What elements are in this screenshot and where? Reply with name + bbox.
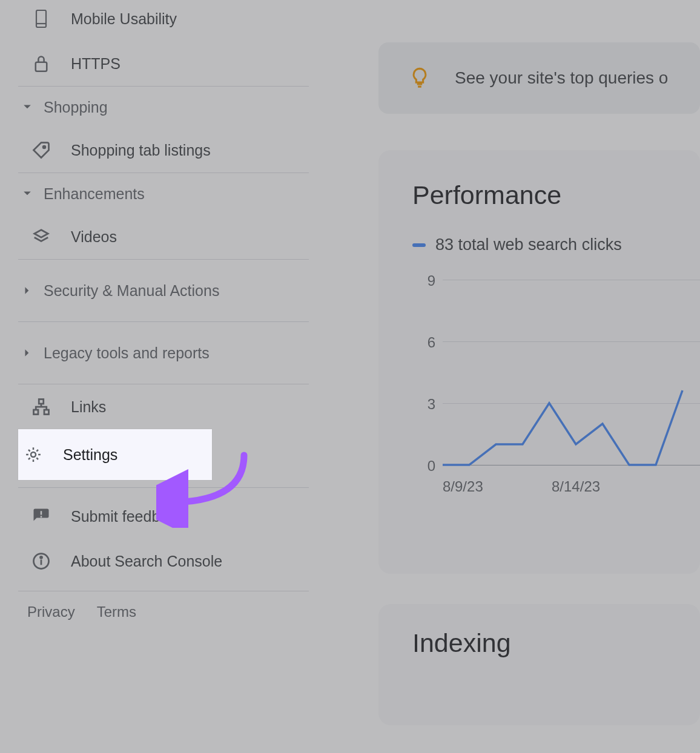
sidebar-section-legacy[interactable]: Legacy tools and reports (0, 322, 321, 384)
tag-icon (32, 141, 50, 159)
tip-card[interactable]: See your site's top queries o (378, 42, 700, 114)
footer-links: Privacy Terms (0, 591, 321, 633)
chart-line (443, 272, 700, 472)
x-tick: 8/14/23 (552, 478, 600, 495)
sidebar-section-shopping[interactable]: Shopping (0, 87, 321, 128)
sidebar-item-label: About Search Console (71, 553, 222, 570)
section-label: Shopping (44, 99, 108, 116)
svg-rect-9 (41, 516, 42, 518)
svg-rect-4 (39, 400, 44, 404)
sidebar-item-https[interactable]: HTTPS (0, 41, 321, 86)
y-tick: 6 (417, 334, 435, 351)
sidebar-section-security[interactable]: Security & Manual Actions (0, 260, 321, 321)
sidebar-item-about[interactable]: About Search Console (0, 539, 321, 584)
sidebar-item-label: Links (71, 398, 106, 416)
legend-label: 83 total web search clicks (435, 235, 622, 254)
sidebar-item-shopping-tab[interactable]: Shopping tab listings (0, 128, 321, 173)
layers-icon (32, 228, 50, 246)
svg-rect-0 (36, 10, 46, 27)
feedback-icon (32, 507, 50, 525)
terms-link[interactable]: Terms (97, 603, 136, 620)
gear-icon (24, 446, 42, 464)
svg-rect-2 (36, 62, 47, 71)
tip-text: See your site's top queries o (455, 68, 668, 88)
y-tick: 9 (417, 272, 435, 289)
section-label: Enhancements (44, 185, 145, 203)
sidebar-item-label: Submit feedback (71, 508, 183, 525)
divider (18, 487, 309, 488)
chevron-right-icon (23, 286, 31, 295)
chevron-down-icon (23, 191, 31, 197)
performance-chart: 9 6 3 0 8/9/23 8/14/23 (412, 272, 700, 502)
legend-swatch (412, 243, 426, 247)
sidebar-item-label: Mobile Usability (71, 10, 177, 28)
lightbulb-icon (409, 67, 431, 89)
svg-point-3 (43, 146, 45, 148)
sidebar-item-label: HTTPS (71, 55, 121, 73)
performance-card: Performance 83 total web search clicks 9… (378, 150, 700, 574)
sidebar-item-label: Videos (71, 228, 117, 246)
svg-rect-5 (34, 410, 39, 415)
privacy-link[interactable]: Privacy (27, 603, 75, 620)
chevron-right-icon (23, 349, 31, 357)
section-label: Legacy tools and reports (44, 344, 210, 362)
main-content: See your site's top queries o Performanc… (321, 0, 700, 753)
indexing-title: Indexing (412, 628, 700, 658)
phone-icon (32, 10, 50, 28)
y-tick: 0 (417, 458, 435, 475)
indexing-card: Indexing (378, 604, 700, 725)
sidebar-item-videos[interactable]: Videos (0, 214, 321, 259)
y-tick: 3 (417, 396, 435, 413)
sidebar-item-mobile-usability[interactable]: Mobile Usability (0, 0, 321, 41)
svg-rect-8 (41, 511, 42, 515)
chart-legend: 83 total web search clicks (412, 235, 700, 254)
sidebar-item-links[interactable]: Links (0, 384, 321, 429)
sitemap-icon (32, 398, 50, 416)
sidebar-section-enhancements[interactable]: Enhancements (0, 173, 321, 214)
sidebar-item-label: Settings (63, 446, 117, 464)
svg-rect-6 (44, 410, 49, 415)
lock-icon (32, 54, 50, 73)
sidebar: Mobile Usability HTTPS Shopping Shopping… (0, 0, 321, 753)
svg-point-7 (31, 452, 36, 457)
svg-point-12 (41, 556, 42, 558)
sidebar-item-submit-feedback[interactable]: Submit feedback (0, 494, 321, 539)
chevron-down-icon (23, 104, 31, 110)
x-tick: 8/9/23 (443, 478, 483, 495)
performance-title: Performance (412, 180, 700, 210)
sidebar-item-label: Shopping tab listings (71, 142, 211, 159)
section-label: Security & Manual Actions (44, 282, 219, 300)
info-icon (32, 552, 50, 570)
sidebar-item-settings[interactable]: Settings (18, 429, 212, 480)
